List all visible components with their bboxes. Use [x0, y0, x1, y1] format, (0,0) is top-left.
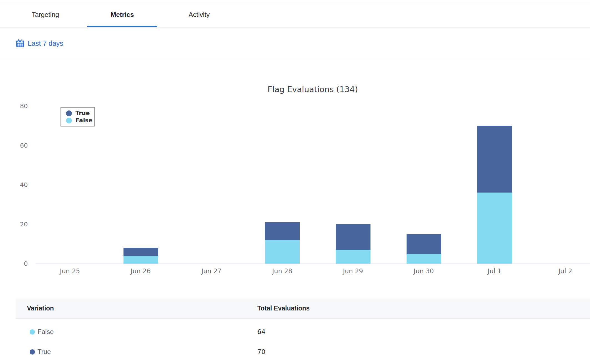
total-evaluations-value: 70 [257, 342, 265, 362]
chart-title: Flag Evaluations (134) [36, 85, 590, 94]
table-row: False 64 [16, 322, 590, 342]
calendar-icon [16, 39, 25, 48]
flag-metrics-page: Targeting Metrics Activity La [0, 0, 590, 364]
variation-dot-true [30, 349, 35, 355]
legend-item-true: True [66, 110, 94, 116]
y-axis-tick-label: 40 [8, 182, 28, 188]
legend-swatch-false [66, 118, 72, 123]
column-header-variation: Variation [27, 299, 54, 318]
variation-dot-false [30, 329, 35, 335]
bar-segment-true[interactable] [407, 234, 441, 254]
date-range-label: Last 7 days [28, 39, 63, 47]
tab-bar: Targeting Metrics Activity [0, 3, 590, 27]
total-evaluations-value: 64 [257, 322, 265, 342]
legend-swatch-true [66, 110, 72, 116]
y-axis-tick-label: 0 [8, 261, 28, 267]
date-range-button[interactable]: Last 7 days [16, 39, 63, 48]
y-axis-tick-label: 60 [8, 142, 28, 149]
bar-segment-false[interactable] [265, 240, 300, 264]
x-axis-tick-label: Jun 26 [121, 267, 160, 275]
x-axis-tick-label: Jun 29 [334, 267, 372, 275]
table-header: Variation Total Evaluations [16, 299, 590, 318]
legend-label-false: False [75, 118, 92, 123]
y-axis-tick-label: 80 [8, 103, 28, 110]
date-filter-row: Last 7 days [0, 27, 590, 59]
x-axis-tick-label: Jul 1 [475, 267, 514, 275]
chart-legend: True False [60, 107, 95, 127]
x-axis-line [36, 264, 590, 264]
legend-item-false: False [66, 118, 94, 123]
bar-segment-false[interactable] [123, 256, 158, 264]
tab-metrics[interactable]: Metrics [87, 3, 157, 27]
variation-label: True [37, 348, 51, 356]
table-row: True 70 [16, 342, 590, 362]
legend-label-true: True [75, 110, 90, 116]
bar-segment-false[interactable] [407, 254, 441, 264]
x-axis-tick-label: Jun 27 [192, 267, 231, 275]
x-axis-tick-label: Jun 28 [263, 267, 302, 275]
tab-activity[interactable]: Activity [164, 3, 234, 27]
y-axis-tick-label: 20 [8, 221, 28, 228]
bar-segment-false[interactable] [336, 250, 370, 264]
bar-segment-true[interactable] [123, 248, 158, 256]
x-axis-tick-label: Jun 30 [404, 267, 443, 275]
bar-segment-true[interactable] [336, 224, 370, 250]
bar-segment-true[interactable] [477, 126, 512, 193]
x-axis-tick-label: Jun 25 [51, 267, 89, 275]
bar-segment-false[interactable] [477, 193, 512, 264]
tab-targeting[interactable]: Targeting [10, 3, 80, 27]
bar-segment-true[interactable] [265, 222, 300, 240]
column-header-total-evaluations: Total Evaluations [257, 299, 310, 318]
x-axis-tick-label: Jul 2 [546, 267, 585, 275]
variation-label: False [37, 328, 54, 336]
